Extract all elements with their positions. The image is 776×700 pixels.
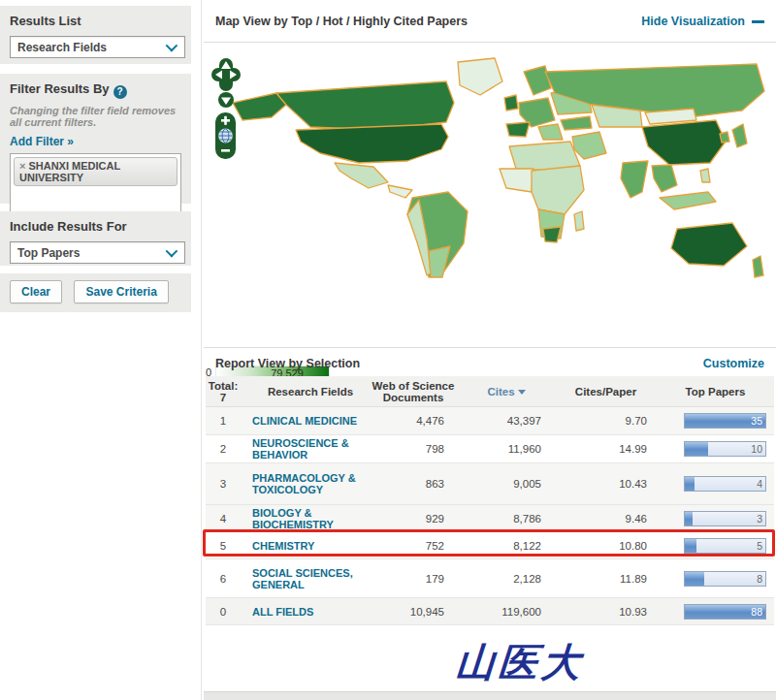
map-region-madagascar[interactable] (574, 211, 584, 231)
include-results-dropdown-value: Top Papers (11, 246, 166, 260)
top-papers-bar[interactable]: 8 (684, 571, 766, 587)
map-region-middle-east[interactable] (572, 132, 606, 159)
table-row-all-fields: 0ALL FIELDS10,945119,60010.9388 (206, 598, 774, 625)
documents-cell: 4,476 (369, 415, 458, 427)
sidebar: Results List Research Fields Filter Resu… (0, 0, 201, 700)
map-region-usa[interactable] (296, 124, 448, 163)
cites-cell: 8,786 (458, 513, 555, 525)
cites-per-paper-cell: 11.89 (555, 573, 657, 585)
table-row-social-sciences-general: 6SOCIAL SCIENCES, GENERAL1792,12811.898 (206, 559, 774, 598)
top-papers-cell: 4 (657, 476, 774, 492)
research-field-link[interactable]: CLINICAL MEDICINE (241, 415, 369, 427)
footer-strip (204, 691, 776, 700)
top-papers-bar[interactable]: 5 (684, 538, 766, 554)
top-papers-bar[interactable]: 3 (684, 511, 766, 526)
add-filter-link[interactable]: Add Filter » (10, 135, 181, 148)
map-region-china[interactable] (642, 120, 726, 165)
map-region-korea[interactable] (720, 132, 729, 143)
table-row-neuroscience-behavior: 2NEUROSCIENCE & BEHAVIOR79811,96014.9910 (206, 435, 774, 463)
rank-cell: 1 (206, 415, 241, 427)
rank-cell: 6 (206, 573, 241, 585)
map-region-australia[interactable] (671, 223, 747, 266)
map-region-turkey[interactable] (561, 116, 592, 130)
map-region-central-america[interactable] (388, 185, 412, 198)
map-region-south-africa[interactable] (543, 227, 561, 242)
top-papers-value: 35 (751, 415, 762, 427)
map-view-header: Map View by Top / Hot / Highly Cited Pap… (204, 0, 776, 43)
map-region-central-africa[interactable] (532, 166, 584, 214)
table-body: 1CLINICAL MEDICINE4,47643,3979.70352NEUR… (206, 407, 774, 625)
chevron-down-icon (166, 245, 178, 258)
help-icon[interactable]: ? (113, 85, 127, 99)
total-value: 7 (206, 392, 241, 403)
clear-button[interactable]: Clear (10, 280, 62, 303)
results-list-dropdown[interactable]: Research Fields (10, 36, 185, 58)
top-papers-value: 5 (757, 540, 762, 552)
table-row-clinical-medicine: 1CLINICAL MEDICINE4,47643,3979.7035 (206, 407, 774, 435)
map-region-se-asia[interactable] (652, 165, 677, 192)
column-header-research-fields[interactable]: Research Fields (241, 386, 369, 398)
research-field-link[interactable]: BIOLOGY & BIOCHEMISTRY (241, 507, 369, 530)
map-region-spain[interactable] (506, 122, 530, 137)
field-link-label: CLINICAL MEDICINE (252, 415, 357, 427)
top-papers-bar[interactable]: 88 (684, 604, 766, 620)
research-field-link[interactable]: SOCIAL SCIENCES, GENERAL (241, 567, 369, 590)
top-papers-bar[interactable]: 35 (684, 413, 766, 429)
customize-link[interactable]: Customize (703, 357, 764, 370)
map-region-mexico[interactable] (335, 163, 388, 188)
field-link-label: CHEMISTRY (252, 540, 314, 552)
choropleth-world-map[interactable] (204, 45, 776, 314)
rank-cell: 0 (206, 606, 241, 618)
top-papers-cell: 35 (657, 413, 774, 429)
research-field-link[interactable]: ALL FIELDS (241, 606, 369, 618)
documents-cell: 798 (369, 443, 458, 455)
top-papers-bar[interactable]: 4 (684, 476, 766, 492)
hide-visualization-link[interactable]: Hide Visualization (641, 15, 764, 28)
field-link-label: NEUROSCIENCE & BEHAVIOR (252, 437, 349, 461)
top-papers-cell: 8 (657, 571, 774, 587)
save-criteria-button[interactable]: Save Criteria (74, 280, 168, 303)
map-region-italy-balkans[interactable] (538, 124, 563, 140)
top-papers-bar-fill (685, 477, 695, 491)
filter-title-text: Filter Results By (10, 81, 110, 96)
map-region-new-zealand[interactable] (753, 256, 763, 277)
include-results-dropdown[interactable]: Top Papers (10, 241, 185, 264)
watermark-logo: 山医大 (454, 636, 586, 689)
map-region-west-africa[interactable] (500, 169, 534, 192)
map-region-scandinavia[interactable] (524, 66, 551, 95)
cites-cell: 8,122 (458, 540, 555, 552)
collapse-icon (752, 20, 764, 23)
map-view-title: Map View by Top / Hot / Highly Cited Pap… (215, 15, 468, 28)
map-region-canada[interactable] (276, 81, 454, 130)
documents-cell: 179 (369, 573, 458, 585)
column-header-top-papers[interactable]: Top Papers (657, 386, 774, 398)
results-table: Total: 7 Research Fields Web of Science … (206, 376, 774, 625)
map-region-japan[interactable] (732, 124, 747, 147)
field-link-label: BIOLOGY & BIOCHEMISTRY (252, 507, 334, 530)
top-papers-value: 10 (751, 443, 762, 455)
rank-cell: 3 (206, 478, 241, 490)
top-papers-bar[interactable]: 10 (684, 441, 766, 457)
research-field-link[interactable]: PHARMACOLOGY & TOXICOLOGY (241, 472, 369, 495)
remove-filter-icon[interactable]: × (19, 160, 25, 172)
documents-cell: 863 (369, 478, 458, 490)
map-region-greenland[interactable] (458, 58, 502, 95)
map-region-philippines[interactable] (700, 169, 710, 182)
map-region-indonesia[interactable] (660, 192, 716, 209)
research-field-link[interactable]: NEUROSCIENCE & BEHAVIOR (241, 437, 369, 461)
map-region-india[interactable] (621, 161, 648, 198)
column-header-documents[interactable]: Web of Science Documents (369, 380, 458, 403)
report-view-title: Report View by Selection (215, 357, 360, 370)
column-header-cites-per-paper[interactable]: Cites/Paper (555, 386, 657, 398)
table-header-row: Total: 7 Research Fields Web of Science … (206, 376, 774, 407)
top-papers-cell: 10 (657, 441, 774, 457)
documents-cell: 929 (369, 513, 458, 525)
cites-per-paper-cell: 14.99 (555, 443, 657, 455)
column-header-cites[interactable]: Cites (458, 386, 555, 398)
map-region-uk[interactable] (504, 95, 518, 111)
top-papers-bar-fill (685, 572, 704, 586)
filter-chip[interactable]: ×SHANXI MEDICAL UNIVERSITY (14, 157, 178, 186)
research-field-link[interactable]: CHEMISTRY (241, 540, 369, 552)
table-row-biology-biochemistry: 4BIOLOGY & BIOCHEMISTRY9298,7869.463 (206, 505, 774, 532)
results-list-title: Results List (10, 14, 181, 28)
